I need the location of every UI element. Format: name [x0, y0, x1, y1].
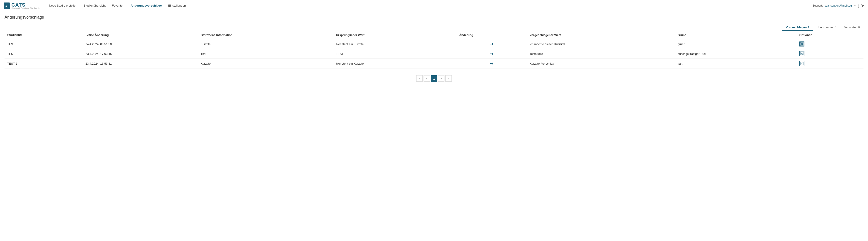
cell-betroffene-info: Kurztitel [198, 39, 333, 49]
cell-studientitel: TEST [4, 49, 83, 59]
cell-optionen [797, 59, 864, 68]
tabs-row: Vorgeschlagen 3 Übernommen 1 Verworfen 0 [4, 24, 864, 31]
cell-grund: test [675, 59, 797, 68]
cell-letzte-aenderung: 23.4.2024, 17:03:45 [83, 49, 198, 59]
user-menu-button[interactable]: ◯ ▾ [858, 3, 864, 8]
cell-studientitel: TEST [4, 39, 83, 49]
action-icon-1[interactable] [799, 51, 804, 56]
cell-letzte-aenderung: 24.4.2024, 08:51:58 [83, 39, 198, 49]
changes-table: Studientitel Letzte Änderung Betroffene … [4, 31, 864, 68]
cell-aenderung-arrow: ➔ [457, 39, 527, 49]
cell-urspruenglicher-wert: TEST [333, 49, 457, 59]
check-x-icon [800, 42, 804, 45]
cats-logo-icon: C [4, 2, 10, 9]
page-content: Änderungsvorschläge Vorgeschlagen 3 Über… [0, 11, 868, 88]
action-icon-2[interactable] [799, 61, 804, 66]
logo-sub: Community Annotated Trial Search [11, 7, 39, 9]
table-row: TEST 2 23.4.2024, 16:53:31 Kurztitel hie… [4, 59, 864, 68]
cell-grund: aussagekräftiger Titel [675, 49, 797, 59]
action-icon-0[interactable] [799, 41, 804, 46]
tab-verworfen[interactable]: Verworfen 0 [840, 24, 864, 31]
cell-optionen [797, 39, 864, 49]
page-title: Änderungsvorschläge [4, 15, 864, 20]
cell-aenderung-arrow: ➔ [457, 59, 527, 68]
cell-betroffene-info: Titel [198, 49, 333, 59]
email-icon: ✉ [854, 4, 856, 7]
cell-studientitel: TEST 2 [4, 59, 83, 68]
cell-aenderung-arrow: ➔ [457, 49, 527, 59]
pagination-next[interactable]: › [438, 75, 444, 81]
nav-neue-studie[interactable]: Neue Studie erstellen [49, 3, 78, 8]
nav-aenderungsvorschlaege[interactable]: Änderungsvorschläge [130, 3, 162, 8]
col-optionen: Optionen [797, 31, 864, 39]
support-email[interactable]: cats-support@molit.eu [825, 4, 852, 7]
cell-vorgeschlagener-wert: Kurztitel Vorschlag [527, 59, 675, 68]
check-x-icon [800, 62, 804, 65]
navbar-right: Support: cats-support@molit.eu ✉ ◯ ▾ [812, 3, 864, 8]
navbar: C CATS Community Annotated Trial Search … [0, 0, 868, 11]
tab-uebernommen[interactable]: Übernommen 1 [813, 24, 840, 31]
nav-einstellungen[interactable]: Einstellungen [167, 3, 186, 8]
account-icon: ◯ [858, 3, 863, 8]
cell-optionen [797, 49, 864, 59]
nav-favoriten[interactable]: Favoriten [112, 3, 125, 8]
col-studientitel: Studientitel [4, 31, 83, 39]
pagination-page-1[interactable]: 1 [431, 75, 437, 81]
cell-betroffene-info: Kurztitel [198, 59, 333, 68]
logo-area[interactable]: C CATS Community Annotated Trial Search [4, 2, 39, 9]
pagination: « ‹ 1 › » [4, 73, 864, 84]
cell-vorgeschlagener-wert: Teststudie [527, 49, 675, 59]
col-vorgeschlagener-wert: Vorgeschlagener Wert [527, 31, 675, 39]
cell-urspruenglicher-wert: hier steht ein Kurztitel [333, 59, 457, 68]
table-row: TEST 23.4.2024, 17:03:45 Titel TEST ➔ Te… [4, 49, 864, 59]
pagination-prev[interactable]: ‹ [424, 75, 430, 81]
col-betroffene-info: Betroffene Information [198, 31, 333, 39]
support-label: Support: [812, 4, 823, 7]
col-grund: Grund [675, 31, 797, 39]
table-header-row: Studientitel Letzte Änderung Betroffene … [4, 31, 864, 39]
nav-studienuebersicht[interactable]: Studienübersicht [83, 3, 106, 8]
cell-letzte-aenderung: 23.4.2024, 16:53:31 [83, 59, 198, 68]
svg-text:C: C [4, 4, 7, 8]
chevron-down-icon: ▾ [863, 4, 864, 7]
tab-vorgeschlagen[interactable]: Vorgeschlagen 3 [782, 24, 813, 31]
cell-urspruenglicher-wert: hier steht ein Kurztitel [333, 39, 457, 49]
col-aenderung: Änderung [457, 31, 527, 39]
col-urspruenglicher-wert: Ursprünglicher Wert [333, 31, 457, 39]
cell-vorgeschlagener-wert: ich möchte diesen Kurztitel [527, 39, 675, 49]
pagination-last[interactable]: » [445, 75, 452, 81]
check-x-icon [800, 52, 804, 55]
cell-grund: grund [675, 39, 797, 49]
table-row: TEST 24.4.2024, 08:51:58 Kurztitel hier … [4, 39, 864, 49]
col-letzte-aenderung: Letzte Änderung [83, 31, 198, 39]
pagination-first[interactable]: « [416, 75, 423, 81]
